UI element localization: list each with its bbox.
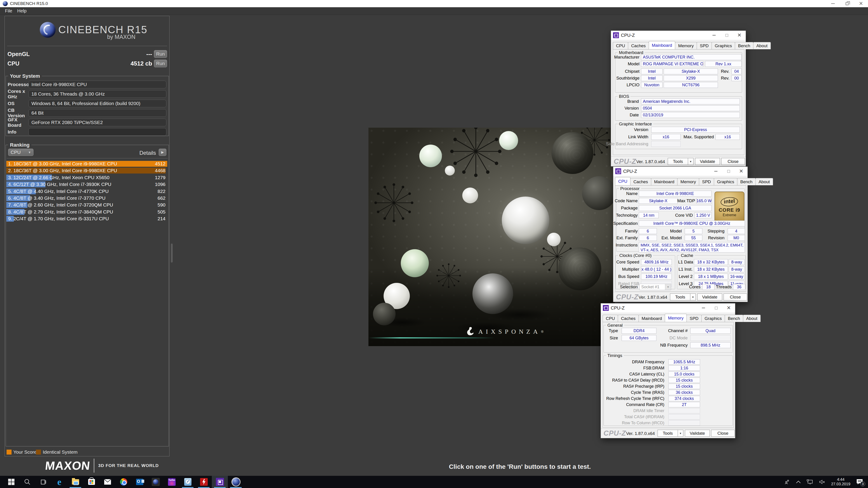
timing-value: 1:16 bbox=[669, 365, 700, 371]
people-button[interactable] bbox=[784, 479, 790, 485]
tab[interactable]: Graphics bbox=[712, 42, 735, 49]
tab[interactable]: CPU bbox=[613, 42, 628, 49]
legend-your-score: Your Score bbox=[6, 449, 37, 455]
timing-label: Command Rate (CR) bbox=[605, 402, 664, 407]
panel-splitter-handle[interactable] bbox=[171, 243, 173, 263]
tab[interactable]: SPD bbox=[699, 178, 714, 185]
clock[interactable]: 4:44 27.03.2019 bbox=[831, 477, 850, 486]
opengl-run-button[interactable]: Run bbox=[154, 50, 167, 58]
close-button[interactable]: Close bbox=[721, 158, 745, 165]
taskbar-mail[interactable] bbox=[99, 476, 116, 488]
restore-button[interactable] bbox=[840, 0, 854, 7]
tools-button[interactable]: Tools ▼ bbox=[657, 430, 683, 437]
cpuz-titlebar[interactable]: CPU-Z ✕ bbox=[601, 303, 735, 313]
taskbar-chrome[interactable] bbox=[116, 476, 131, 488]
ranking-row[interactable]: 8. 4C/8T @ 2.79 GHz, Intel Core i7-3840Q… bbox=[6, 209, 167, 215]
cpuz-titlebar[interactable]: CPU-Z ✕ bbox=[613, 167, 747, 176]
cpu-run-button[interactable]: Run bbox=[154, 60, 167, 67]
chevron-down-icon[interactable]: ▼ bbox=[688, 158, 693, 165]
minimize-button[interactable] bbox=[826, 0, 840, 7]
chevron-down-icon[interactable]: ▼ bbox=[678, 430, 683, 436]
task-view-button[interactable] bbox=[35, 476, 51, 488]
search-button[interactable] bbox=[19, 476, 35, 488]
running-indicator bbox=[182, 487, 193, 488]
validate-button[interactable]: Validate bbox=[685, 430, 710, 437]
tab[interactable]: Mainboard bbox=[649, 41, 675, 49]
taskbar-outlook[interactable] bbox=[131, 476, 148, 488]
tab[interactable]: Bench bbox=[737, 178, 756, 185]
taskbar-edge[interactable]: e bbox=[51, 476, 67, 488]
tab[interactable]: Caches bbox=[618, 315, 639, 322]
tab[interactable]: CPU bbox=[602, 315, 618, 322]
tab[interactable]: SPD bbox=[697, 42, 712, 49]
timing-row: CAS# Latency (CL) 15.0 clocks bbox=[605, 371, 734, 377]
tab[interactable]: Mainboard bbox=[639, 315, 665, 322]
ranking-row[interactable]: 7. 4C/8T @ 2.60 GHz, Intel Core i7-3720Q… bbox=[6, 202, 167, 208]
taskbar-benchmark-app[interactable] bbox=[196, 476, 212, 488]
tools-button[interactable]: Tools ▼ bbox=[670, 293, 696, 300]
timing-value: 15.0 clocks bbox=[669, 371, 700, 377]
taskbar-turbo-app[interactable] bbox=[164, 476, 180, 488]
ranking-row[interactable]: 2. 18C/36T @ 3.00 GHz, Intel Core i9-998… bbox=[6, 168, 167, 173]
ranking-row[interactable]: 5. 4C/8T @ 4.40 GHz, Intel Core i7-4770K… bbox=[6, 188, 167, 194]
tab[interactable]: Memory bbox=[675, 42, 697, 49]
close-button[interactable]: ✕ bbox=[854, 0, 868, 7]
tab[interactable]: Bench bbox=[725, 315, 743, 322]
cpu-cores: 18 bbox=[702, 284, 715, 290]
ranking-row[interactable]: 6. 4C/8T @ 3.40 GHz, Intel Core i7-3770 … bbox=[6, 195, 167, 201]
field-label: Revision bbox=[708, 235, 724, 241]
ranking-filter-dropdown[interactable]: CPU ▼ bbox=[8, 149, 33, 156]
cpuz-titlebar[interactable]: CPU-Z ✕ bbox=[611, 31, 746, 40]
tab[interactable]: Mainboard bbox=[651, 178, 678, 185]
tab[interactable]: About bbox=[755, 178, 773, 185]
close-button[interactable]: ✕ bbox=[735, 167, 747, 176]
volume-button[interactable] bbox=[819, 479, 825, 485]
validate-button[interactable]: Validate bbox=[698, 293, 722, 300]
tab[interactable]: Bench bbox=[735, 42, 753, 49]
field-label: Rev. bbox=[719, 68, 730, 74]
tab[interactable]: Graphics bbox=[702, 315, 725, 322]
ranking-row[interactable]: 4. 6C/12T @ 3.30 GHz, Intel Core i7-3930… bbox=[6, 182, 167, 187]
tab[interactable]: Memory bbox=[665, 314, 687, 322]
taskbar-monitor-app[interactable] bbox=[180, 476, 196, 488]
tab[interactable]: SPD bbox=[686, 315, 702, 322]
cinema4d-icon bbox=[152, 478, 160, 486]
socket-selection-dropdown[interactable]: Socket #1 ▼ bbox=[640, 284, 671, 290]
taskbar-cinema4d[interactable] bbox=[148, 476, 164, 488]
close-button[interactable]: ✕ bbox=[733, 31, 746, 40]
tab[interactable]: Memory bbox=[677, 178, 699, 185]
notification-center-button[interactable]: 3 bbox=[856, 479, 863, 485]
timing-label: CAS# Latency (CL) bbox=[605, 372, 664, 377]
validate-button[interactable]: Validate bbox=[695, 158, 720, 165]
timing-label: Cycle Time (tRAS) bbox=[605, 390, 664, 395]
tab[interactable]: About bbox=[743, 315, 761, 322]
close-button[interactable]: ✕ bbox=[722, 303, 735, 313]
close-button[interactable]: Close bbox=[711, 430, 735, 437]
tray-expand-button[interactable] bbox=[796, 480, 801, 484]
tab[interactable]: Caches bbox=[628, 42, 649, 49]
start-button[interactable] bbox=[3, 476, 19, 488]
system-info-label: CB Version bbox=[8, 107, 29, 119]
taskbar-cinebench[interactable] bbox=[228, 476, 244, 488]
minimize-button[interactable] bbox=[708, 31, 720, 40]
tab[interactable]: Graphics bbox=[714, 178, 737, 185]
menu-item[interactable]: Help bbox=[17, 8, 26, 13]
ranking-row[interactable]: 3. 12C/24T @ 2.66 GHz, Intel Xeon CPU X5… bbox=[6, 175, 167, 181]
minimize-button[interactable] bbox=[697, 303, 710, 313]
tab[interactable]: Caches bbox=[630, 178, 651, 185]
taskbar-file-explorer[interactable] bbox=[67, 476, 84, 488]
close-button[interactable]: Close bbox=[723, 293, 747, 300]
tab[interactable]: About bbox=[753, 42, 771, 49]
taskbar-store[interactable] bbox=[84, 476, 99, 488]
minimize-button[interactable] bbox=[710, 167, 722, 176]
field-label: Rev. bbox=[719, 75, 730, 81]
network-button[interactable] bbox=[807, 479, 813, 485]
ranking-row[interactable]: 1. 18C/36T @ 3.00 GHz, Intel Core i9-998… bbox=[6, 161, 167, 167]
ranking-row[interactable]: 9. 2C/4T @ 1.70 GHz, Intel Core i5-3317U… bbox=[6, 216, 167, 222]
tools-button[interactable]: Tools ▼ bbox=[668, 158, 693, 165]
menu-item[interactable]: File bbox=[5, 8, 12, 13]
details-button[interactable]: ▶ bbox=[159, 149, 166, 156]
taskbar-cpuz[interactable] bbox=[212, 476, 228, 488]
tab[interactable]: CPU bbox=[615, 177, 630, 185]
chevron-down-icon[interactable]: ▼ bbox=[690, 294, 695, 300]
